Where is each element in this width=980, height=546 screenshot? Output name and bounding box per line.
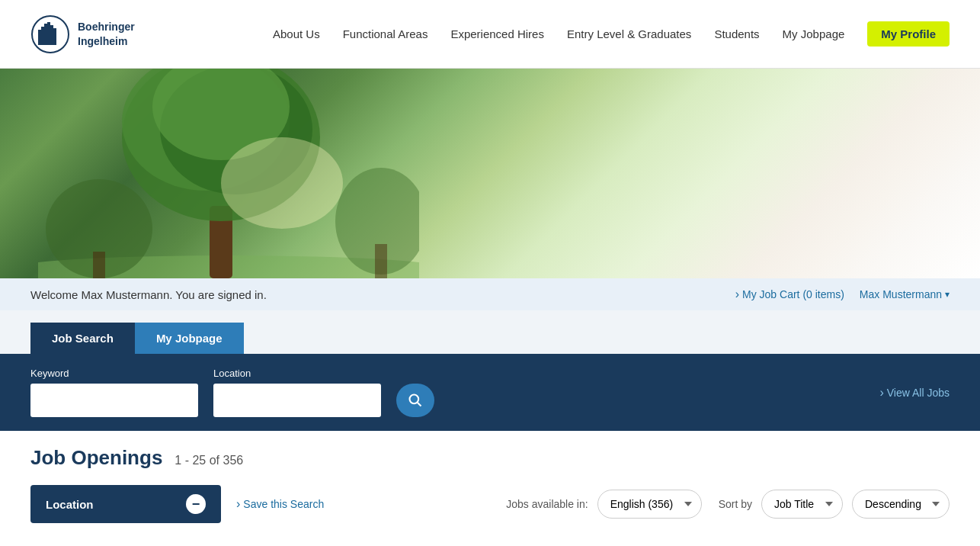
logo-line2: Ingelheim: [78, 34, 135, 48]
search-bar: Keyword Location View All Jobs: [0, 354, 980, 431]
hero-image: [0, 69, 980, 278]
site-header: Boehringer Ingelheim About Us Functional…: [0, 0, 980, 69]
keyword-label: Keyword: [30, 368, 198, 379]
svg-rect-17: [93, 252, 105, 278]
svg-rect-15: [375, 244, 387, 278]
tab-job-search[interactable]: Job Search: [30, 323, 135, 354]
location-input[interactable]: [213, 384, 381, 417]
my-profile-button[interactable]: My Profile: [867, 21, 950, 47]
svg-rect-5: [50, 25, 53, 45]
language-select[interactable]: English (356): [597, 490, 702, 519]
welcome-actions: My Job Cart (0 items) Max Mustermann: [735, 287, 950, 301]
nav-about[interactable]: About Us: [273, 27, 320, 40]
welcome-text: Welcome Max Mustermann. You are signed i…: [30, 288, 267, 301]
nav-students[interactable]: Students: [714, 27, 759, 40]
job-count: 1 - 25 of 356: [175, 454, 243, 467]
job-openings-title: Job Openings: [30, 446, 162, 470]
svg-point-18: [410, 395, 419, 404]
main-nav: About Us Functional Areas Experienced Hi…: [273, 21, 950, 47]
welcome-bar: Welcome Max Mustermann. You are signed i…: [0, 278, 980, 310]
view-all-jobs-link[interactable]: View All Jobs: [879, 386, 950, 400]
svg-rect-4: [47, 22, 50, 45]
search-button[interactable]: [396, 384, 434, 417]
svg-rect-3: [38, 30, 41, 45]
location-field: Location: [213, 368, 381, 417]
location-label: Location: [213, 368, 381, 379]
nav-entry[interactable]: Entry Level & Graduates: [567, 27, 691, 40]
nav-my-jobpage[interactable]: My Jobpage: [783, 27, 845, 40]
logo-icon: [30, 14, 70, 54]
svg-point-13: [221, 137, 343, 229]
filter-row: Location − Save this Search Jobs availab…: [30, 485, 950, 523]
keyword-field: Keyword: [30, 368, 198, 417]
nav-functional[interactable]: Functional Areas: [343, 27, 428, 40]
location-filter-label: Location: [46, 498, 94, 511]
search-icon: [408, 393, 423, 408]
sort-by-select[interactable]: Job Title Date Location: [761, 490, 843, 519]
keyword-input[interactable]: [30, 384, 198, 417]
svg-rect-6: [53, 28, 56, 45]
location-collapse-button[interactable]: −: [186, 494, 206, 514]
logo[interactable]: Boehringer Ingelheim: [30, 14, 135, 54]
svg-rect-2: [41, 27, 44, 45]
job-openings-section: Job Openings 1 - 25 of 356 Location − Sa…: [0, 431, 980, 523]
jobs-available-label: Jobs available in:: [506, 498, 588, 510]
job-openings-header: Job Openings 1 - 25 of 356: [30, 446, 950, 470]
save-search-link[interactable]: Save this Search: [236, 497, 324, 511]
sort-order-select[interactable]: Descending Ascending: [852, 490, 950, 519]
location-filter-button[interactable]: Location −: [30, 485, 221, 523]
svg-rect-1: [44, 24, 47, 45]
sort-by-label: Sort by: [719, 498, 752, 510]
user-dropdown[interactable]: Max Mustermann: [860, 288, 950, 300]
filter-controls: Jobs available in: English (356) Sort by…: [506, 490, 950, 519]
logo-line1: Boehringer: [78, 20, 135, 34]
job-cart-link[interactable]: My Job Cart (0 items): [735, 287, 844, 301]
svg-line-19: [418, 403, 421, 406]
tree-illustration: [38, 69, 419, 278]
tab-my-jobpage[interactable]: My Jobpage: [135, 323, 244, 354]
search-tabs: Job Search My Jobpage: [0, 310, 980, 354]
hero-gradient: [0, 69, 980, 278]
nav-experienced[interactable]: Experienced Hires: [450, 27, 544, 40]
